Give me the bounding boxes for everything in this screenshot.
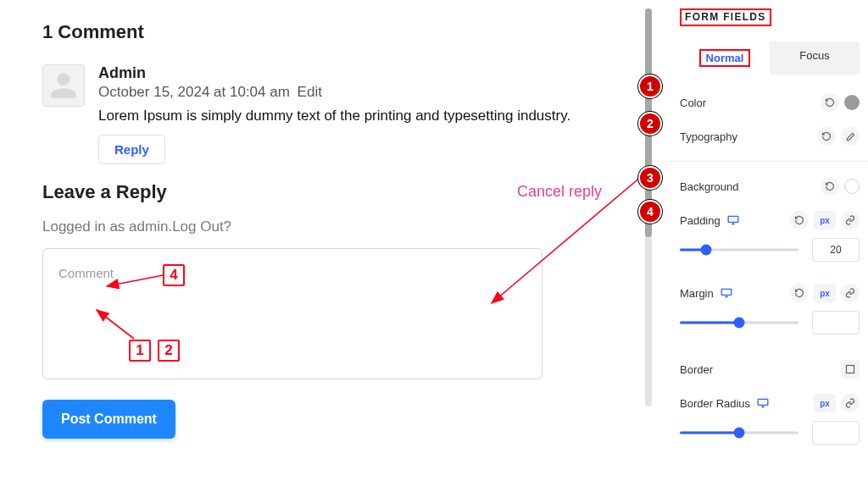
desktop-icon[interactable] <box>727 215 739 225</box>
svg-rect-5 <box>847 366 854 373</box>
slider-thumb[interactable] <box>734 428 745 439</box>
reply-button[interactable]: Reply <box>98 135 165 164</box>
user-icon <box>48 70 79 101</box>
padding-label: Padding <box>680 214 721 227</box>
background-label: Background <box>680 180 738 193</box>
reset-icon[interactable] <box>817 127 836 146</box>
comment-edit-link[interactable]: Edit <box>298 84 322 100</box>
prop-border-radius: Border Radius px <box>680 394 860 412</box>
logged-in-text: Logged in as admin.Log Out? <box>42 218 602 235</box>
logged-in-user: admin <box>129 218 168 235</box>
logged-in-suffix[interactable]: .Log Out? <box>168 218 231 235</box>
reset-icon[interactable] <box>821 177 839 196</box>
margin-value[interactable] <box>812 311 860 334</box>
padding-value[interactable]: 20 <box>812 238 860 262</box>
slider-thumb[interactable] <box>700 245 711 256</box>
pencil-icon[interactable] <box>841 127 860 146</box>
annotation-badge-3: 3 <box>638 166 662 190</box>
leave-reply-title: Leave a Reply <box>42 181 167 203</box>
section-title-highlight: FORM FIELDS <box>680 8 771 26</box>
avatar <box>42 64 85 107</box>
color-swatch[interactable] <box>844 95 860 110</box>
slider-thumb[interactable] <box>734 318 745 329</box>
comment-author: Admin <box>98 64 602 82</box>
comments-count-title: 1 Comment <box>42 21 602 43</box>
cancel-reply-link[interactable]: Cancel reply <box>517 183 602 201</box>
link-icon[interactable] <box>841 284 860 302</box>
svg-rect-3 <box>728 216 738 222</box>
unit-px[interactable]: px <box>814 284 836 302</box>
reset-icon[interactable] <box>821 93 839 112</box>
reset-icon[interactable] <box>790 211 809 229</box>
prop-typography: Typography <box>680 127 860 146</box>
border-radius-slider-row <box>680 421 860 445</box>
comment-date: October 15, 2024 at 10:04 am <box>98 84 290 100</box>
svg-rect-4 <box>721 289 732 295</box>
desktop-icon[interactable] <box>721 288 732 298</box>
state-tabs: Normal Focus <box>680 41 860 75</box>
margin-label: Margin <box>680 287 714 300</box>
typography-label: Typography <box>680 130 737 143</box>
logged-in-prefix: Logged in as <box>42 218 129 235</box>
prop-padding: Padding px <box>680 211 860 229</box>
comment-item: Admin October 15, 2024 at 10:04 am Edit … <box>42 64 602 164</box>
border-radius-label: Border Radius <box>680 397 750 410</box>
annotation-badge-1: 1 <box>638 75 662 98</box>
color-label: Color <box>680 97 706 109</box>
annotation-badge-4: 4 <box>638 200 662 224</box>
padding-slider[interactable] <box>680 241 798 258</box>
tab-focus[interactable]: Focus <box>770 41 860 75</box>
desktop-icon[interactable] <box>757 398 769 408</box>
tab-normal-label: Normal <box>699 49 751 67</box>
prop-color: Color <box>680 93 860 112</box>
link-icon[interactable] <box>841 394 860 412</box>
margin-slider-row <box>680 311 860 334</box>
border-label: Border <box>680 363 713 376</box>
divider <box>665 161 868 162</box>
post-comment-button[interactable]: Post Comment <box>42 400 175 439</box>
svg-rect-6 <box>758 399 768 405</box>
section-title: FORM FIELDS <box>685 11 766 23</box>
link-icon[interactable] <box>841 211 860 229</box>
unit-px[interactable]: px <box>814 211 836 229</box>
tab-normal[interactable]: Normal <box>680 41 770 75</box>
prop-margin: Margin px <box>680 284 860 302</box>
preview-pane: 1 Comment Admin October 15, 2024 at 10:0… <box>0 0 644 492</box>
prop-border: Border <box>680 360 860 379</box>
annotation-badge-2: 2 <box>638 112 662 135</box>
unit-px[interactable]: px <box>814 394 836 412</box>
comment-meta: October 15, 2024 at 10:04 am Edit <box>98 84 602 101</box>
prop-background: Background <box>680 177 860 196</box>
border-radius-value[interactable] <box>812 421 860 445</box>
border-edit-icon[interactable] <box>841 360 860 379</box>
background-swatch[interactable] <box>844 179 860 194</box>
border-radius-slider[interactable] <box>680 424 798 441</box>
inspector-panel: FORM FIELDS Normal Focus Color Typograph… <box>665 0 868 492</box>
reset-icon[interactable] <box>790 284 809 302</box>
comment-textarea[interactable] <box>42 248 542 379</box>
margin-slider[interactable] <box>680 314 798 331</box>
comment-text: Lorem Ipsum is simply dummy text of the … <box>98 106 602 126</box>
comment-body: Admin October 15, 2024 at 10:04 am Edit … <box>98 64 602 164</box>
padding-slider-row: 20 <box>680 238 860 262</box>
